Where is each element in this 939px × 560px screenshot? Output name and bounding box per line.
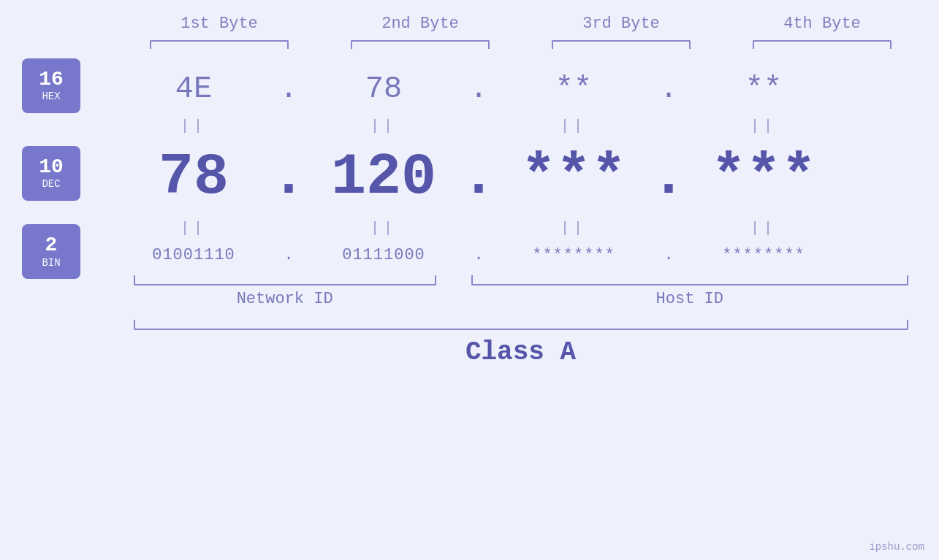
hex-dot2: . [460,72,497,107]
eq1-row: || || || || [102,115,939,137]
hex-b3: ** [497,72,650,107]
byte4-header: 4th Byte [742,15,902,33]
bin-dot2: . [460,246,497,264]
hex-dot3: . [650,72,687,107]
dec-b4: *** [687,144,840,210]
bracket-b4 [753,40,892,49]
labels-col: 16 HEX 10 DEC 2 BIN [0,64,102,272]
bracket-b1 [150,40,289,49]
dec-dot2: . [460,144,497,210]
bracket-b3 [552,40,691,49]
dec-dot1: . [270,144,307,210]
bin-badge-num: 2 [45,234,58,257]
watermark: ipshu.com [869,541,924,553]
bin-b2: 01111000 [307,246,460,264]
full-bracket [134,320,908,330]
byte2-header: 2nd Byte [340,15,501,33]
byte1-header: 1st Byte [139,15,300,33]
host-id-label: Host ID [471,290,908,308]
dec-badge-label: DEC [42,178,60,190]
dec-dot3: . [650,144,687,210]
hex-b4: ** [687,72,840,107]
bin-badge-label: BIN [42,257,60,269]
dec-badge: 10 DEC [22,146,80,201]
byte3-header: 3rd Byte [541,15,702,33]
dec-b2: 120 [307,144,460,210]
hex-b1: 4E [117,72,270,107]
eq1-b2: || [307,118,460,134]
hex-dot1: . [270,72,307,107]
eq2-b2: || [307,220,460,237]
host-bracket [471,275,908,285]
bin-dot3: . [650,246,687,264]
dec-b1: 78 [117,144,270,210]
main-container: 1st Byte 2nd Byte 3rd Byte 4th Byte 16 H… [0,0,939,560]
bin-badge: 2 BIN [22,224,80,279]
eq1-b3: || [497,118,650,134]
bin-dot1: . [270,246,307,264]
top-brackets [119,40,923,49]
bottom-brackets [119,275,923,285]
dec-badge-slot: 10 DEC [22,137,80,217]
bin-row: 01001110 . 01111000 . ******** . [102,239,939,272]
eq2-b4: || [687,220,840,237]
class-label: Class A [119,337,923,367]
bracket-b2 [351,40,490,49]
bin-b1: 01001110 [117,246,270,264]
hex-row: 4E . 78 . ** . ** [102,64,939,115]
hex-badge-label: HEX [42,91,60,102]
hex-badge-num: 16 [39,69,64,91]
rows-wrapper: 16 HEX 10 DEC 2 BIN [0,64,939,272]
full-bracket-wrap [119,320,923,330]
dec-badge-num: 10 [39,156,64,179]
dec-b3: *** [497,144,650,210]
id-labels: Network ID Host ID [119,285,923,312]
eq2-b3: || [497,220,650,237]
bin-b3: ******** [497,246,650,264]
eq1-b4: || [687,118,840,134]
bin-badge-slot: 2 BIN [22,239,80,272]
dec-row: 78 . 120 . *** . *** [102,137,939,217]
eq2-b1: || [117,220,270,237]
hex-badge-slot: 16 HEX [22,64,80,115]
eq1-b1: || [117,118,270,134]
eq2-row: || || || || [102,217,939,239]
hex-b2: 78 [307,72,460,107]
network-id-label: Network ID [134,290,436,308]
byte-headers: 1st Byte 2nd Byte 3rd Byte 4th Byte [119,15,923,33]
hex-badge: 16 HEX [22,58,80,113]
network-bracket [134,275,436,285]
bin-b4: ******** [687,246,840,264]
values-col: 4E . 78 . ** . ** [102,64,939,272]
